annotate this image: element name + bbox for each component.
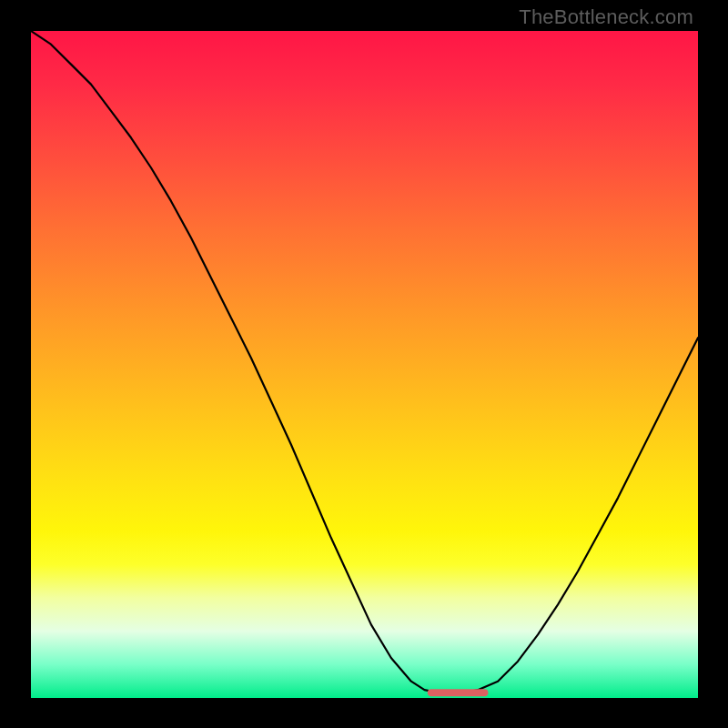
heat-gradient-background	[31, 31, 698, 698]
chart-canvas: TheBottleneck.com	[0, 0, 728, 728]
watermark-text: TheBottleneck.com	[519, 5, 693, 29]
plot-area	[31, 31, 698, 698]
